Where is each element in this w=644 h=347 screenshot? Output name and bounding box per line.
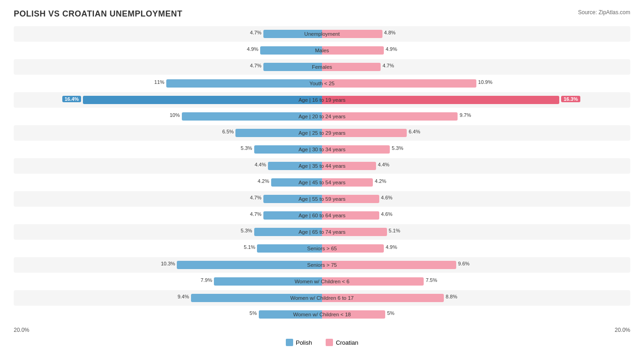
left-section: 5.3% — [14, 224, 322, 240]
bar-container: 7.9% Women w/ Children < 6 7.5% — [14, 274, 630, 289]
chart-row: 4.9% Males 4.9% — [14, 43, 630, 58]
value-right: 4.9% — [386, 244, 397, 250]
center-label: Youth < 25 — [310, 81, 335, 86]
left-section: 10.3% — [14, 257, 322, 273]
axis-right: 20.0% — [615, 327, 630, 333]
bar-container: 5% Women w/ Children < 18 5% — [14, 307, 630, 322]
left-section: 16.4% — [14, 92, 322, 108]
bar-container: 4.7% Unemployment 4.8% — [14, 26, 630, 42]
value-left: 5.3% — [241, 145, 252, 151]
value-right: 4.7% — [382, 63, 394, 68]
legend-polish: Polish — [286, 339, 312, 346]
center-label: Women w/ Children < 6 — [295, 279, 349, 284]
axis-row: 20.0% 20.0% — [14, 323, 630, 335]
center-label: Females — [312, 64, 332, 70]
value-right: 5% — [387, 310, 394, 316]
value-left: 4.7% — [250, 63, 262, 68]
legend-croatian-icon — [326, 339, 333, 346]
value-left: 5% — [250, 310, 257, 316]
value-left: 4.7% — [250, 211, 262, 217]
center-label: Age | 55 to 59 years — [299, 196, 346, 202]
chart-row: 10.3% Seniors > 75 9.6% — [14, 257, 630, 273]
left-section: 4.7% — [14, 26, 322, 42]
value-right: 9.6% — [458, 261, 469, 266]
bar-container: 4.7% Females 4.7% — [14, 59, 630, 75]
left-section: 7.9% — [14, 274, 322, 289]
left-section: 11% — [14, 76, 322, 91]
legend-polish-label: Polish — [296, 339, 312, 346]
chart-row: 9.4% Women w/ Children 6 to 17 8.8% — [14, 290, 630, 306]
center-label: Age | 25 to 29 years — [299, 130, 346, 136]
center-label: Women w/ Children < 18 — [293, 312, 351, 317]
bar-right: 10.9% — [322, 79, 476, 88]
value-left: 16.4% — [62, 96, 81, 102]
value-left: 4.7% — [250, 195, 262, 200]
legend: Polish Croatian — [14, 339, 630, 346]
value-left: 6.5% — [222, 129, 234, 134]
bar-left: 4.9% — [260, 46, 322, 55]
bar-container: 4.7% Age | 55 to 59 years 4.6% — [14, 191, 630, 207]
value-right: 4.8% — [384, 30, 396, 35]
center-label: Age | 65 to 74 years — [299, 229, 346, 235]
right-section: 4.7% — [322, 59, 630, 75]
value-left: 10% — [169, 112, 180, 118]
left-section: 4.7% — [14, 191, 322, 207]
bar-right: 16.3% — [322, 96, 559, 104]
center-label: Seniors > 65 — [307, 246, 337, 251]
center-label: Age | 35 to 44 years — [299, 163, 346, 169]
left-section: 4.9% — [14, 43, 322, 58]
bar-container: 11% Youth < 25 10.9% — [14, 76, 630, 91]
center-label: Age | 30 to 34 years — [299, 147, 346, 152]
center-label: Age | 60 to 64 years — [299, 213, 346, 218]
value-left: 5.3% — [241, 228, 252, 233]
left-section: 10% — [14, 109, 322, 124]
right-section: 4.9% — [322, 241, 630, 256]
bar-container: 10.3% Seniors > 75 9.6% — [14, 257, 630, 273]
left-section: 6.5% — [14, 125, 322, 141]
center-label: Women w/ Children 6 to 17 — [290, 295, 354, 301]
right-section: 8.8% — [322, 290, 630, 306]
bar-container: 4.4% Age | 35 to 44 years 4.4% — [14, 158, 630, 174]
bar-container: 4.2% Age | 45 to 54 years 4.2% — [14, 175, 630, 190]
value-left: 4.2% — [258, 178, 269, 184]
chart-row: 5% Women w/ Children < 18 5% — [14, 307, 630, 322]
bar-right: 9.6% — [322, 261, 456, 269]
right-section: 10.9% — [322, 76, 630, 91]
center-label: Age | 45 to 54 years — [299, 180, 346, 185]
legend-croatian-label: Croatian — [336, 339, 358, 346]
bar-left: 11% — [166, 79, 322, 88]
bar-container: 4.7% Age | 60 to 64 years 4.6% — [14, 208, 630, 223]
source-label: Source: ZipAtlas.com — [578, 9, 630, 16]
center-label: Unemployment — [304, 31, 339, 37]
right-section: 16.3% — [322, 92, 630, 108]
chart-row: 5.3% Age | 30 to 34 years 5.3% — [14, 142, 630, 157]
right-section: 4.2% — [322, 175, 630, 190]
chart-row: 4.7% Unemployment 4.8% — [14, 26, 630, 42]
bar-container: 5.3% Age | 30 to 34 years 5.3% — [14, 142, 630, 157]
value-right: 4.6% — [381, 195, 393, 200]
value-right: 4.2% — [375, 178, 386, 184]
chart-row: 4.4% Age | 35 to 44 years 4.4% — [14, 158, 630, 174]
left-section: 5.1% — [14, 241, 322, 256]
left-section: 5.3% — [14, 142, 322, 157]
value-left: 4.9% — [247, 46, 258, 52]
left-section: 4.2% — [14, 175, 322, 190]
bar-container: 5.1% Seniors > 65 4.9% — [14, 241, 630, 256]
chart-row: 10% Age | 20 to 24 years 9.7% — [14, 109, 630, 124]
chart-row: 5.1% Seniors > 65 4.9% — [14, 241, 630, 256]
value-right: 8.8% — [446, 294, 457, 299]
value-right: 4.6% — [381, 211, 393, 217]
center-label: Males — [315, 48, 329, 53]
value-left: 5.1% — [244, 244, 255, 250]
left-section: 4.7% — [14, 208, 322, 223]
chart-row: 4.7% Females 4.7% — [14, 59, 630, 75]
value-left: 10.3% — [161, 261, 175, 266]
right-section: 5.3% — [322, 142, 630, 157]
right-section: 9.7% — [322, 109, 630, 124]
left-section: 4.4% — [14, 158, 322, 174]
chart-row: 4.2% Age | 45 to 54 years 4.2% — [14, 175, 630, 190]
left-section: 9.4% — [14, 290, 322, 306]
chart-row: 5.3% Age | 65 to 74 years 5.1% — [14, 224, 630, 240]
right-section: 9.6% — [322, 257, 630, 273]
value-right: 7.5% — [426, 277, 437, 283]
